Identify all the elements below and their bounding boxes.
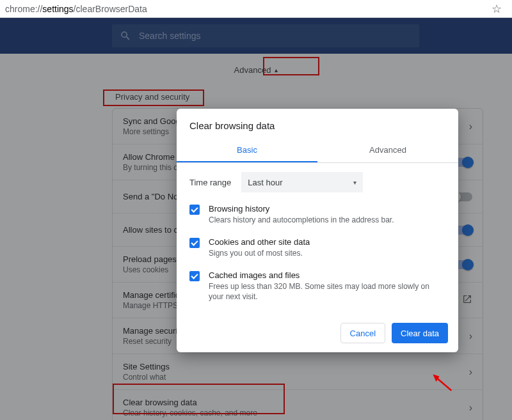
clear-data-button[interactable]: Clear data [392, 323, 448, 343]
cancel-button[interactable]: Cancel [340, 323, 385, 343]
option-browsing-history[interactable]: Browsing history Clears history and auto… [189, 204, 445, 226]
option-sub: Frees up less than 320 MB. Some sites ma… [209, 281, 445, 303]
chevron-down-icon: ▾ [353, 179, 356, 186]
option-cookies[interactable]: Cookies and other site data Signs you ou… [189, 237, 445, 259]
time-range-value: Last hour [248, 178, 282, 187]
time-range-select[interactable]: Last hour ▾ [241, 172, 363, 192]
url-text: chrome://settings/clearBrowserData [5, 4, 147, 14]
option-sub: Signs you out of most sites. [209, 248, 310, 259]
bookmark-star-icon[interactable]: ☆ [492, 2, 502, 16]
address-bar[interactable]: chrome://settings/clearBrowserData ☆ [0, 0, 512, 18]
dialog-tabs: Basic Advanced [177, 139, 458, 163]
checkbox-checked-icon[interactable] [189, 238, 200, 248]
option-title: Cookies and other site data [209, 237, 310, 247]
dialog-title: Clear browsing data [177, 120, 458, 139]
time-range-label: Time range [189, 178, 231, 187]
option-sub: Clears history and autocompletions in th… [209, 215, 394, 226]
clear-browsing-data-dialog: Clear browsing data Basic Advanced Time … [177, 109, 458, 352]
checkbox-checked-icon[interactable] [189, 205, 200, 215]
tab-advanced[interactable]: Advanced [317, 139, 458, 162]
checkbox-checked-icon[interactable] [189, 271, 200, 281]
dialog-body: Time range Last hour ▾ Browsing history … [177, 163, 458, 318]
option-title: Cached images and files [209, 270, 445, 280]
tab-basic[interactable]: Basic [177, 139, 317, 162]
option-cache[interactable]: Cached images and files Frees up less th… [189, 270, 445, 303]
dialog-footer: Cancel Clear data [177, 318, 458, 343]
option-title: Browsing history [209, 204, 394, 214]
